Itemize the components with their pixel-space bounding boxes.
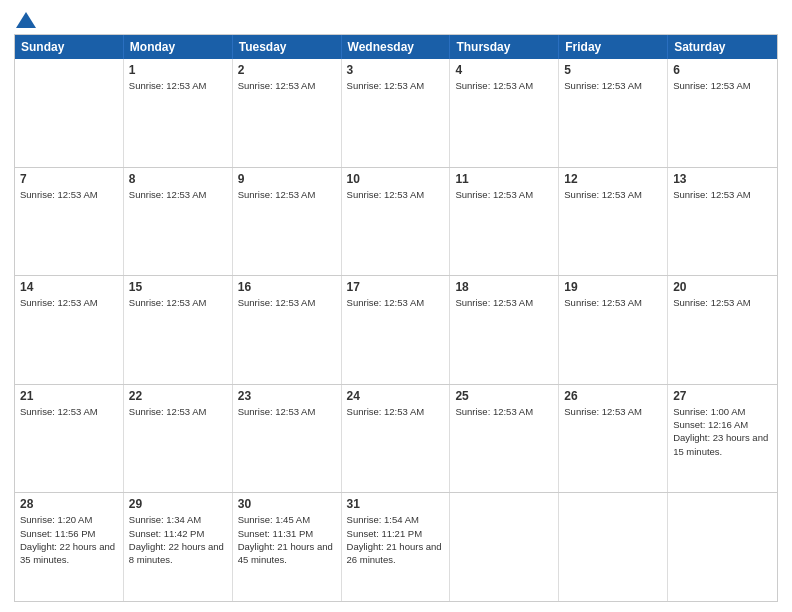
day-info: Sunrise: 12:53 AM bbox=[673, 188, 772, 201]
calendar-cell: 26Sunrise: 12:53 AM bbox=[559, 385, 668, 493]
calendar-header-cell: Tuesday bbox=[233, 35, 342, 59]
day-info: Sunrise: 12:53 AM bbox=[347, 79, 445, 92]
logo-content bbox=[14, 10, 36, 28]
day-info: Sunrise: 12:53 AM bbox=[673, 79, 772, 92]
svg-marker-0 bbox=[16, 12, 36, 28]
day-number: 11 bbox=[455, 172, 553, 186]
day-number: 27 bbox=[673, 389, 772, 403]
day-info: Sunrise: 12:53 AM bbox=[347, 188, 445, 201]
calendar-cell: 12Sunrise: 12:53 AM bbox=[559, 168, 668, 276]
logo-text bbox=[14, 10, 36, 28]
calendar-cell: 20Sunrise: 12:53 AM bbox=[668, 276, 777, 384]
calendar-header-cell: Monday bbox=[124, 35, 233, 59]
calendar-cell: 22Sunrise: 12:53 AM bbox=[124, 385, 233, 493]
day-number: 3 bbox=[347, 63, 445, 77]
day-number: 14 bbox=[20, 280, 118, 294]
calendar-cell: 6Sunrise: 12:53 AM bbox=[668, 59, 777, 167]
day-info: Sunrise: 12:53 AM bbox=[347, 296, 445, 309]
day-info: Sunrise: 12:53 AM bbox=[129, 405, 227, 418]
day-number: 28 bbox=[20, 497, 118, 511]
day-info: Sunrise: 12:53 AM bbox=[564, 405, 662, 418]
logo bbox=[14, 10, 36, 28]
calendar-cell: 2Sunrise: 12:53 AM bbox=[233, 59, 342, 167]
day-info: Sunrise: 12:53 AM bbox=[455, 405, 553, 418]
day-number: 9 bbox=[238, 172, 336, 186]
calendar-header: SundayMondayTuesdayWednesdayThursdayFrid… bbox=[15, 35, 777, 59]
day-info: Sunrise: 1:54 AM Sunset: 11:21 PM Daylig… bbox=[347, 513, 445, 566]
day-info: Sunrise: 12:53 AM bbox=[129, 188, 227, 201]
day-number: 31 bbox=[347, 497, 445, 511]
day-number: 18 bbox=[455, 280, 553, 294]
calendar-cell bbox=[450, 493, 559, 601]
day-info: Sunrise: 12:53 AM bbox=[564, 188, 662, 201]
calendar-cell: 15Sunrise: 12:53 AM bbox=[124, 276, 233, 384]
day-info: Sunrise: 12:53 AM bbox=[455, 79, 553, 92]
header bbox=[14, 10, 778, 28]
day-number: 12 bbox=[564, 172, 662, 186]
day-info: Sunrise: 12:53 AM bbox=[238, 296, 336, 309]
day-number: 30 bbox=[238, 497, 336, 511]
day-number: 19 bbox=[564, 280, 662, 294]
calendar-cell: 19Sunrise: 12:53 AM bbox=[559, 276, 668, 384]
day-info: Sunrise: 12:53 AM bbox=[129, 296, 227, 309]
calendar-cell: 17Sunrise: 12:53 AM bbox=[342, 276, 451, 384]
calendar-cell: 21Sunrise: 12:53 AM bbox=[15, 385, 124, 493]
calendar-cell: 23Sunrise: 12:53 AM bbox=[233, 385, 342, 493]
day-info: Sunrise: 12:53 AM bbox=[238, 79, 336, 92]
calendar-cell: 29Sunrise: 1:34 AM Sunset: 11:42 PM Dayl… bbox=[124, 493, 233, 601]
calendar-cell bbox=[559, 493, 668, 601]
calendar-cell bbox=[15, 59, 124, 167]
day-number: 5 bbox=[564, 63, 662, 77]
day-info: Sunrise: 12:53 AM bbox=[20, 188, 118, 201]
calendar-header-cell: Thursday bbox=[450, 35, 559, 59]
calendar-cell: 1Sunrise: 12:53 AM bbox=[124, 59, 233, 167]
page: SundayMondayTuesdayWednesdayThursdayFrid… bbox=[0, 0, 792, 612]
calendar-cell bbox=[668, 493, 777, 601]
calendar-cell: 9Sunrise: 12:53 AM bbox=[233, 168, 342, 276]
calendar-cell: 25Sunrise: 12:53 AM bbox=[450, 385, 559, 493]
calendar: SundayMondayTuesdayWednesdayThursdayFrid… bbox=[14, 34, 778, 602]
calendar-cell: 7Sunrise: 12:53 AM bbox=[15, 168, 124, 276]
calendar-week: 1Sunrise: 12:53 AM2Sunrise: 12:53 AM3Sun… bbox=[15, 59, 777, 168]
day-number: 16 bbox=[238, 280, 336, 294]
day-number: 17 bbox=[347, 280, 445, 294]
day-info: Sunrise: 12:53 AM bbox=[564, 79, 662, 92]
day-number: 29 bbox=[129, 497, 227, 511]
day-number: 6 bbox=[673, 63, 772, 77]
calendar-cell: 31Sunrise: 1:54 AM Sunset: 11:21 PM Dayl… bbox=[342, 493, 451, 601]
day-number: 15 bbox=[129, 280, 227, 294]
day-info: Sunrise: 1:00 AM Sunset: 12:16 AM Daylig… bbox=[673, 405, 772, 458]
day-info: Sunrise: 12:53 AM bbox=[238, 405, 336, 418]
day-number: 21 bbox=[20, 389, 118, 403]
calendar-cell: 11Sunrise: 12:53 AM bbox=[450, 168, 559, 276]
calendar-cell: 30Sunrise: 1:45 AM Sunset: 11:31 PM Dayl… bbox=[233, 493, 342, 601]
day-number: 1 bbox=[129, 63, 227, 77]
calendar-cell: 4Sunrise: 12:53 AM bbox=[450, 59, 559, 167]
day-number: 20 bbox=[673, 280, 772, 294]
calendar-cell: 14Sunrise: 12:53 AM bbox=[15, 276, 124, 384]
calendar-cell: 10Sunrise: 12:53 AM bbox=[342, 168, 451, 276]
day-info: Sunrise: 12:53 AM bbox=[455, 296, 553, 309]
calendar-cell: 16Sunrise: 12:53 AM bbox=[233, 276, 342, 384]
calendar-week: 21Sunrise: 12:53 AM22Sunrise: 12:53 AM23… bbox=[15, 385, 777, 494]
day-number: 2 bbox=[238, 63, 336, 77]
calendar-week: 14Sunrise: 12:53 AM15Sunrise: 12:53 AM16… bbox=[15, 276, 777, 385]
calendar-cell: 28Sunrise: 1:20 AM Sunset: 11:56 PM Dayl… bbox=[15, 493, 124, 601]
day-number: 25 bbox=[455, 389, 553, 403]
day-info: Sunrise: 12:53 AM bbox=[129, 79, 227, 92]
calendar-header-cell: Sunday bbox=[15, 35, 124, 59]
day-number: 22 bbox=[129, 389, 227, 403]
day-number: 8 bbox=[129, 172, 227, 186]
calendar-week: 7Sunrise: 12:53 AM8Sunrise: 12:53 AM9Sun… bbox=[15, 168, 777, 277]
day-number: 26 bbox=[564, 389, 662, 403]
calendar-cell: 27Sunrise: 1:00 AM Sunset: 12:16 AM Dayl… bbox=[668, 385, 777, 493]
day-info: Sunrise: 12:53 AM bbox=[564, 296, 662, 309]
day-info: Sunrise: 1:20 AM Sunset: 11:56 PM Daylig… bbox=[20, 513, 118, 566]
day-number: 10 bbox=[347, 172, 445, 186]
calendar-cell: 13Sunrise: 12:53 AM bbox=[668, 168, 777, 276]
day-number: 7 bbox=[20, 172, 118, 186]
day-info: Sunrise: 12:53 AM bbox=[20, 296, 118, 309]
calendar-header-cell: Saturday bbox=[668, 35, 777, 59]
calendar-week: 28Sunrise: 1:20 AM Sunset: 11:56 PM Dayl… bbox=[15, 493, 777, 601]
calendar-cell: 8Sunrise: 12:53 AM bbox=[124, 168, 233, 276]
